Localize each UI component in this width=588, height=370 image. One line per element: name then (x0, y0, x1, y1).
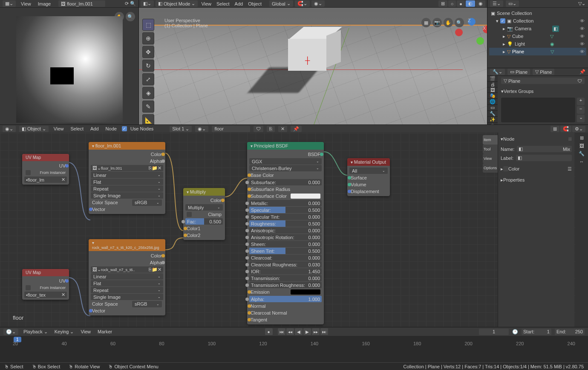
bsdf-speculartint[interactable]: Specular Tint:0.000 (249, 214, 322, 220)
shader-editor[interactable]: ◉⌄ ◧ Object ⌄ View Select Add Node Use N… (0, 125, 588, 327)
image-field[interactable]: 🖼⌄ floor_lm.001 ⎘📁✕ (91, 165, 163, 171)
pin-icon[interactable]: 📌 (579, 69, 585, 75)
light-data-icon[interactable]: ◉ (550, 41, 554, 47)
visibility-icon[interactable]: 👁 (580, 18, 585, 23)
bsdf-clearcoat[interactable]: Clearcoat:0.000 (249, 254, 322, 261)
slot-dropdown[interactable]: Slot 1 ⌄ (170, 126, 192, 132)
node-section-header[interactable]: ▾ Node⁞⁞ (501, 134, 572, 144)
tool-transform[interactable]: ◈ (142, 87, 154, 99)
node-image-texture-1[interactable]: ▾ floor_lm.001 Color Alpha 🖼⌄ floor_lm.0… (89, 142, 165, 214)
bsdf-metallic[interactable]: Metallic:0.000 (249, 200, 322, 206)
tab-object[interactable]: ▭ (487, 105, 498, 111)
bsdf-sheen[interactable]: Sheen:0.000 (249, 241, 322, 247)
pin-plane-1[interactable]: ▭ Plane (507, 69, 530, 75)
bsdf-normal[interactable]: Normal (249, 303, 322, 309)
filter-icon[interactable]: ▽⌄ (578, 1, 585, 6)
source-dropdown[interactable]: Single Image (91, 192, 163, 199)
material-pin-icon[interactable]: 📌 (291, 126, 302, 132)
image-name-field[interactable]: 🖼 floor_lm.001 (58, 0, 105, 7)
play-icon[interactable]: ▶ (303, 328, 311, 335)
shading-wireframe[interactable]: ○ (448, 0, 456, 7)
play-rev-icon[interactable]: ◀ (295, 328, 303, 335)
material-browse-icon[interactable]: ◉⌄ (195, 126, 208, 132)
sidebar-tab-options[interactable]: Options (483, 163, 498, 173)
node-mix[interactable]: ▾ Multiply Color Multiply Clamp Fac:0.50… (183, 188, 225, 240)
overlay-icon-4[interactable]: ↔ (579, 159, 584, 164)
bsdf-tangent[interactable]: Tangent (249, 316, 322, 323)
tab-particle[interactable]: ✨ (487, 117, 498, 123)
bsdf-clearcoatroughness[interactable]: Clearcoat Roughness:0.030 (249, 261, 322, 268)
data-name-field[interactable]: ▽ Plane 🛡 (501, 78, 585, 84)
uv-canvas[interactable] (16, 16, 123, 123)
key-next-icon[interactable]: ▸▸ (312, 328, 320, 335)
uv-menu-image[interactable]: Image (36, 1, 53, 6)
tab-output[interactable]: 🖨 (487, 82, 498, 87)
mesh-data-icon[interactable]: ▽ (551, 49, 554, 55)
add-vgroup[interactable]: + (577, 98, 585, 105)
clamp-check[interactable] (187, 212, 192, 217)
mode-dropdown[interactable]: ◧ Object Mode ⌄ (156, 0, 198, 7)
sss-dropdown[interactable]: Christensen-Burley (249, 165, 322, 171)
light-row[interactable]: ▸💡 Light ◉ 👁 (489, 40, 586, 48)
sidebar-tab-view[interactable]: View (483, 154, 498, 163)
scene-collection-row[interactable]: ▣ Scene Collection (489, 9, 586, 17)
material-name-field[interactable]: floor (212, 126, 250, 132)
distribution-dropdown[interactable]: GGX (249, 158, 322, 165)
start-frame-field[interactable]: Start:1 (522, 329, 551, 335)
material-fake-user[interactable]: 🛡 (254, 126, 263, 132)
outliner-type-icon[interactable]: ☰⌄ (490, 0, 503, 7)
end-frame-field[interactable]: End:250 (555, 329, 585, 335)
colorspace-dropdown[interactable]: sRGB (132, 301, 162, 307)
node-label-field[interactable]: ◧ (516, 155, 572, 161)
material-copy[interactable]: ⎘ (267, 126, 275, 132)
node-principled-bsdf[interactable]: ▾ Principled BSDF BSDF GGX Christensen-B… (247, 142, 324, 324)
sidebar-tab-item[interactable]: Item (483, 135, 498, 145)
blend-dropdown[interactable]: Multiply (185, 204, 223, 211)
interp-dropdown[interactable]: Linear (91, 172, 163, 178)
proportional-icon[interactable]: ◉⌄ (311, 0, 325, 7)
ne-menu-view[interactable]: View (52, 126, 66, 131)
use-nodes-checkbox[interactable] (122, 126, 127, 131)
from-instancer-check[interactable] (26, 170, 31, 175)
image-field[interactable]: 🖼⌄ rock_wall_n7_s_t6.. ⎘📁✕ (91, 266, 163, 273)
target-dropdown[interactable]: All (349, 168, 388, 174)
bsdf-transmissionroughness[interactable]: Transmission Roughness:0.000 (249, 282, 322, 288)
ne-menu-node[interactable]: Node (104, 126, 118, 131)
uvmap-field[interactable]: • floor_tex✕ (24, 292, 67, 298)
proj-dropdown[interactable]: Flat (91, 280, 163, 286)
bsdf-anisotropicrotation[interactable]: Anisotropic Rotation:0.000 (249, 234, 322, 240)
autokey-icon[interactable]: ● (265, 328, 273, 335)
properties-subsection[interactable]: ▸ Properties (501, 175, 572, 185)
overlay-icon-2[interactable]: 🖼 (579, 143, 584, 148)
ne-menu-select[interactable]: Select (69, 126, 85, 131)
tool-measure[interactable]: 📐 (142, 114, 154, 124)
nav-gizmo[interactable]: Z X (458, 20, 478, 40)
editor-type-icon[interactable]: ◉⌄ (3, 126, 16, 132)
bsdf-clearcoatnormal[interactable]: Clearcoat Normal (249, 309, 322, 316)
visibility-icon[interactable]: 👁 (580, 26, 585, 31)
node-name-field[interactable]: ◧ Mix (517, 146, 572, 152)
proj-dropdown[interactable]: Flat (91, 179, 163, 185)
bsdf-basecolor[interactable]: Base Color (249, 172, 322, 179)
tl-menu-playback[interactable]: Playback ⌄ (22, 329, 49, 335)
tl-menu-view[interactable]: View (79, 329, 92, 334)
snap-icon[interactable]: 🧲⌄ (295, 0, 310, 7)
overlay-icon-1[interactable]: ⊞ (580, 135, 584, 141)
collection-checkbox[interactable] (500, 18, 505, 23)
outliner-display-icon[interactable]: ▭⌄ (506, 0, 519, 7)
from-instancer-check[interactable] (26, 285, 31, 290)
viewport-editor-icon[interactable]: ◧⌄ (141, 0, 154, 7)
mesh-data-icon[interactable]: ▽ (550, 34, 553, 39)
shading-solid[interactable]: ● (457, 0, 465, 7)
overlay-toggle[interactable]: ⊞ (438, 0, 447, 7)
current-frame-field[interactable]: 1 (479, 329, 509, 335)
jump-start-icon[interactable]: ⏮ (278, 328, 285, 335)
vp-menu-add[interactable]: Add (233, 1, 245, 6)
zoom-icon[interactable]: 🔍 (126, 12, 135, 21)
bsdf-specular[interactable]: Specular:0.500 (249, 207, 322, 213)
sync-icon[interactable]: 🕐 (512, 329, 518, 335)
visibility-icon[interactable]: 👁 (580, 49, 585, 54)
vertex-groups-list[interactable] (501, 98, 575, 122)
plane-row[interactable]: ▸▽ Plane ▽ 👁 (489, 48, 586, 55)
timeline-editor-icon[interactable]: 🕐⌄ (3, 329, 18, 335)
